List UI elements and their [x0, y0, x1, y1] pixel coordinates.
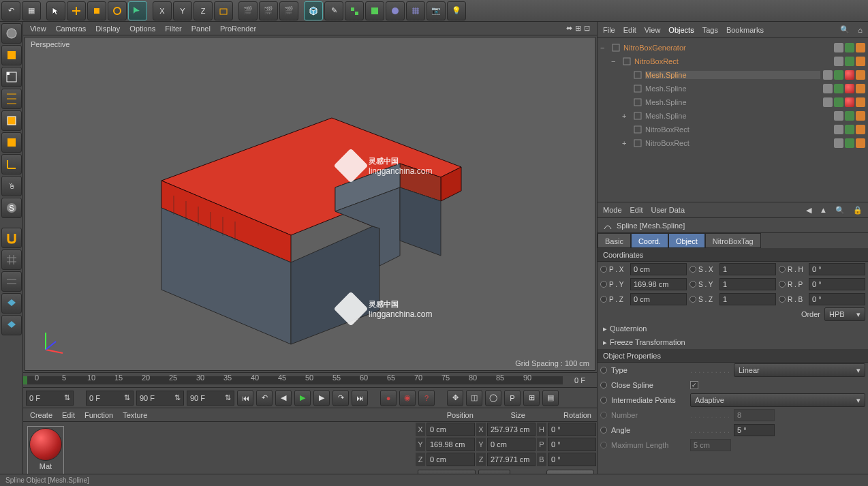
pos-X-field[interactable]: 0 cm [427, 423, 475, 436]
pos-Y-field[interactable]: 169.98 cm [427, 438, 475, 451]
key-rot-button[interactable]: ◯ [485, 390, 501, 406]
pos-Z-field[interactable]: 0 cm [427, 453, 475, 466]
prev-frame-button[interactable]: ◀ [275, 390, 292, 406]
attr-p-field[interactable]: 0 cm [630, 293, 687, 305]
attr-menu-userdata[interactable]: User Data [651, 206, 685, 214]
tree-item-name[interactable]: Mesh.Spline [645, 112, 831, 120]
step-back-button[interactable]: ↶ [256, 390, 273, 406]
mat-menu-function[interactable]: Function [84, 411, 113, 419]
attr-s-field[interactable]: 1 [719, 293, 776, 305]
obj-menu-bookmarks[interactable]: Bookmarks [726, 26, 764, 34]
layout-button[interactable]: ▦ [22, 1, 41, 20]
frame-start-field[interactable]: 0 F⇅ [86, 391, 134, 406]
expand-icon[interactable]: − [611, 57, 619, 65]
tag-gray-icon[interactable] [834, 57, 843, 66]
close-radio[interactable] [600, 382, 607, 389]
tag-gray-icon[interactable] [823, 84, 833, 93]
obj-menu-tags[interactable]: Tags [702, 26, 718, 34]
viewport-3d[interactable]: Perspective [25, 37, 595, 371]
tab-basic[interactable]: Basic [598, 233, 631, 248]
play-button[interactable]: ▶ [294, 390, 311, 406]
tag-orange-icon[interactable] [856, 111, 865, 121]
render-region-button[interactable]: 🎬 [259, 1, 278, 20]
make-editable-button[interactable] [1, 23, 22, 44]
tree-item-name[interactable]: NitroBoxRect [634, 57, 831, 65]
rot-P-field[interactable]: 0 ° [548, 438, 596, 451]
timeline[interactable]: 0 5 10 15 20 25 30 35 40 45 50 55 60 65 … [23, 372, 597, 387]
prim-tool2-button[interactable] [1, 315, 22, 335]
axis-lock-button[interactable] [214, 1, 233, 20]
tag-gray-icon[interactable] [834, 111, 843, 121]
tag-orange-icon[interactable] [856, 84, 865, 93]
step-fwd-button[interactable]: ↷ [332, 390, 349, 406]
tag-green-icon[interactable] [845, 125, 854, 134]
key-grid-button[interactable]: ⊞ [523, 390, 540, 406]
live-tool[interactable] [128, 1, 147, 20]
rot-H-field[interactable]: 0 ° [548, 423, 596, 436]
tab-nitrobox[interactable]: NitroBoxTag [705, 233, 761, 248]
vp-menu-filter[interactable]: Filter [165, 25, 181, 33]
floor-button[interactable] [406, 1, 425, 20]
vp-menu-display[interactable]: Display [95, 25, 120, 33]
tag-green-icon[interactable] [834, 70, 843, 80]
tree-row[interactable]: +Mesh.Spline [600, 109, 865, 123]
grid-snap-button[interactable] [1, 249, 22, 270]
tag-green-icon[interactable] [834, 84, 843, 93]
object-tree[interactable]: −NitroBoxGenerator−NitroBoxRectMesh.Spli… [598, 38, 868, 202]
grid-snap2-button[interactable] [1, 271, 22, 292]
tag-orange-icon[interactable] [856, 43, 865, 52]
key-pos-button[interactable]: ✥ [447, 390, 463, 406]
mat-menu-edit[interactable]: Edit [62, 411, 75, 419]
obj-menu-view[interactable]: View [645, 26, 661, 34]
expand-icon[interactable]: − [600, 44, 608, 52]
tag-red-icon[interactable] [845, 84, 854, 93]
cursor-tool[interactable] [46, 1, 65, 20]
tree-row[interactable]: Mesh.Spline [600, 82, 865, 95]
y-axis-button[interactable]: Y [173, 1, 192, 20]
vp-menu-view[interactable]: View [30, 25, 46, 33]
tag-red-icon[interactable] [845, 70, 854, 80]
tag-gray-icon[interactable] [834, 125, 843, 134]
rot-B-field[interactable]: 0 ° [548, 453, 596, 466]
type-combo[interactable]: Linear▾ [734, 363, 865, 377]
vp-config-icon[interactable]: ⬌ [566, 24, 572, 33]
angle-field[interactable]: 5 ° [734, 424, 775, 436]
tag-green-icon[interactable] [834, 97, 843, 107]
tree-item-name[interactable]: NitroBoxRect [645, 125, 831, 134]
autokey-button[interactable]: ◉ [399, 390, 416, 406]
tree-row[interactable]: Mesh.Spline [600, 68, 865, 82]
frame-current-field[interactable]: 0 F⇅ [26, 391, 74, 406]
key-film-button[interactable]: ▤ [542, 390, 559, 406]
scale-tool[interactable] [87, 1, 106, 20]
move-tool[interactable] [67, 1, 86, 20]
edge-mode-button[interactable] [1, 89, 22, 109]
tag-gray-icon[interactable] [823, 70, 833, 80]
tree-row[interactable]: −NitroBoxRect [600, 55, 865, 68]
order-combo[interactable]: HPB▾ [824, 307, 865, 321]
key-scale-button[interactable]: ◫ [466, 390, 482, 406]
frame-max-field[interactable]: 90 F⇅ [187, 391, 234, 406]
tag-gray-icon[interactable] [834, 43, 843, 52]
timeline-track[interactable]: 0 5 10 15 20 25 30 35 40 45 50 55 60 65 … [23, 376, 563, 384]
magnet-button[interactable] [1, 228, 22, 248]
tab-coord[interactable]: Coord. [631, 233, 668, 248]
tag-gray-icon[interactable] [823, 97, 833, 107]
attr-r-field[interactable]: 0 ° [809, 293, 865, 305]
snap-settings-button[interactable]: S [1, 198, 22, 218]
next-frame-button[interactable]: ▶ [313, 390, 330, 406]
interp-combo[interactable]: Adaptive▾ [690, 393, 865, 407]
prim-tool1-button[interactable] [1, 293, 22, 314]
keyhelp-button[interactable]: ? [418, 390, 435, 406]
attr-p-field[interactable]: 169.98 cm [630, 278, 687, 290]
nav-back-icon[interactable]: ◀ [806, 206, 811, 215]
expand-icon[interactable]: + [622, 139, 630, 147]
close-spline-checkbox[interactable] [690, 381, 698, 389]
render-settings-button[interactable]: 🎬 [279, 1, 298, 20]
attr-p-field[interactable]: 0 cm [630, 263, 687, 275]
search-icon[interactable]: 🔍 [840, 25, 850, 34]
instance-button[interactable] [365, 1, 384, 20]
polygon-mode-button[interactable] [1, 110, 22, 131]
attr-r-field[interactable]: 0 ° [809, 278, 865, 290]
record-button[interactable]: ● [380, 390, 397, 406]
home-icon[interactable]: ⌂ [858, 26, 863, 34]
